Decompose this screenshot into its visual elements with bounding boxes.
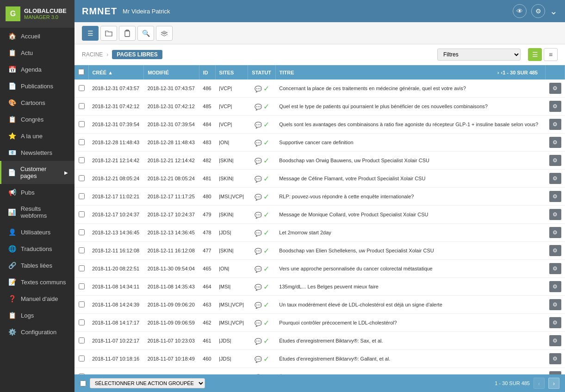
row-gear-button[interactable]: ⚙ <box>549 281 561 292</box>
sidebar-item-tables-liees[interactable]: 🔗 Tables liées <box>0 257 75 274</box>
row-gear-button[interactable]: ⚙ <box>549 83 561 94</box>
breadcrumb-separator: › <box>106 51 108 58</box>
sidebar-item-pubs[interactable]: 📢 Pubs <box>0 184 75 201</box>
row-modified: 2018-12-11 16:12:08 <box>144 242 199 260</box>
row-status: 💬 ✓ <box>248 152 276 170</box>
table-row: 2018-12-21 08:05:24 2018-12-21 08:05:24 … <box>75 170 565 188</box>
sidebar-item-congres[interactable]: 📋 Congrès <box>0 111 75 128</box>
sidebar-item-textes-communs[interactable]: 📝 Textes communs <box>0 274 75 290</box>
sidebar-item-utilisateurs[interactable]: 👤 Utilisateurs <box>0 224 75 240</box>
folder-button[interactable]: + <box>100 26 117 41</box>
row-gear-button[interactable]: ⚙ <box>549 245 561 256</box>
prev-page-nav[interactable]: ‹ <box>534 378 545 389</box>
row-checkbox[interactable] <box>79 211 85 217</box>
compact-view-button[interactable]: ☰ <box>528 48 542 61</box>
search-button[interactable]: 🔍 <box>137 26 154 41</box>
clipboard-button[interactable] <box>119 26 136 41</box>
row-gear-button[interactable]: ⚙ <box>549 137 561 148</box>
row-checkbox[interactable] <box>79 85 85 91</box>
alaune-icon: ⭐ <box>8 132 16 140</box>
row-checkbox[interactable] <box>79 337 85 343</box>
row-gear-button[interactable]: ⚙ <box>549 101 561 112</box>
row-gear-button[interactable]: ⚙ <box>549 191 561 202</box>
table-row: 2018-11-07 10:18:16 2018-11-07 10:18:49 … <box>75 350 565 368</box>
row-gear-button[interactable]: ⚙ <box>549 371 561 374</box>
next-page-nav[interactable]: › <box>548 378 559 389</box>
row-checkbox[interactable] <box>79 229 85 235</box>
row-id: 461 <box>199 332 215 350</box>
comment-icon: 💬 <box>255 86 262 92</box>
row-gear-button[interactable]: ⚙ <box>549 227 561 238</box>
status-ok-icon: ✓ <box>263 175 269 183</box>
gear-icon[interactable]: ⚙ <box>531 4 545 18</box>
row-checkbox[interactable] <box>79 283 85 289</box>
row-created: 2018-12-17 10:24:37 <box>88 206 144 224</box>
sidebar-item-results-webforms[interactable]: 📊 Results webforms <box>0 201 75 224</box>
row-id: 459 <box>199 368 215 375</box>
next-page-button[interactable]: › <box>497 70 499 75</box>
chevron-down-icon[interactable]: ⌄ <box>550 6 558 17</box>
sidebar-item-manuel-aide[interactable]: ❓ Manuel d'aide <box>0 290 75 307</box>
data-table: CRÉÉ ▲ MODIFIÉ ID SITES STATUT TITRE 1 -… <box>75 65 565 374</box>
row-gear-button[interactable]: ⚙ <box>549 353 561 364</box>
row-status: 💬 ✓ <box>248 260 276 278</box>
row-modified: 2018-12-17 11:17:25 <box>144 188 199 206</box>
row-id: 481 <box>199 170 215 188</box>
sidebar-item-cartoons[interactable]: 🎨 Cartoons <box>0 94 75 111</box>
sidebar-item-accueil[interactable]: 🏠 Accueil <box>0 28 75 44</box>
row-checkbox[interactable] <box>79 121 85 127</box>
row-checkbox[interactable] <box>79 103 85 109</box>
row-gear-button[interactable]: ⚙ <box>549 299 561 310</box>
sidebar-item-publications[interactable]: 📄 Publications <box>0 78 75 94</box>
row-sites: |MSI,|VCP| <box>215 314 248 332</box>
th-cree[interactable]: CRÉÉ ▲ <box>88 65 144 80</box>
row-checkbox[interactable] <box>79 319 85 325</box>
row-gear-button[interactable]: ⚙ <box>549 173 561 184</box>
row-checkbox[interactable] <box>79 265 85 271</box>
row-checkbox[interactable] <box>79 355 85 361</box>
sidebar-item-actu[interactable]: 📋 Actu <box>0 44 75 61</box>
sidebar-item-alaune[interactable]: ⭐ A la une <box>0 128 75 144</box>
row-checkbox-cell <box>75 224 88 242</box>
row-gear-button[interactable]: ⚙ <box>549 317 561 328</box>
row-checkbox[interactable] <box>79 301 85 307</box>
row-gear-button[interactable]: ⚙ <box>549 335 561 346</box>
row-checkbox[interactable] <box>79 157 85 163</box>
row-created: 2018-11-07 10:22:17 <box>88 332 144 350</box>
list-view-button[interactable]: ☰ <box>82 26 99 41</box>
status-ok-icon: ✓ <box>263 193 269 201</box>
row-sites: |MSI| <box>215 278 248 296</box>
row-gear-button[interactable]: ⚙ <box>549 209 561 220</box>
filter-select[interactable]: Filtres <box>437 49 521 61</box>
status-ok-icon: ✓ <box>263 337 269 345</box>
prev-page-button[interactable]: ‹ <box>501 70 503 75</box>
breadcrumb-root[interactable]: RACINE <box>82 51 103 58</box>
select-all-checkbox[interactable] <box>78 69 84 75</box>
sidebar-item-newsletters[interactable]: 📧 Newsletters <box>0 144 75 161</box>
row-modified: 2018-11-09 09:06:20 <box>144 296 199 314</box>
footer-select-all-checkbox[interactable] <box>80 380 86 386</box>
eye-icon[interactable]: 👁 <box>513 4 527 18</box>
row-gear-button[interactable]: ⚙ <box>549 155 561 166</box>
sidebar-item-customer-pages[interactable]: 📄 Customer pages ▶ <box>0 161 75 184</box>
row-checkbox[interactable] <box>79 247 85 253</box>
th-actions <box>546 65 565 80</box>
row-status: 💬 ✓ <box>248 350 276 368</box>
row-gear-button[interactable]: ⚙ <box>549 119 561 130</box>
sidebar-item-agenda[interactable]: 📅 Agenda <box>0 61 75 78</box>
row-sites: |MSI,|VCP| <box>215 296 248 314</box>
row-actions: ⚙ <box>546 278 565 296</box>
row-gear-button[interactable]: ⚙ <box>549 263 561 274</box>
sidebar-item-traductions[interactable]: 🌐 Traductions <box>0 240 75 257</box>
layers-button[interactable] <box>156 26 173 41</box>
row-checkbox[interactable] <box>79 139 85 145</box>
sidebar-item-configuration[interactable]: ⚙️ Configuration <box>0 324 75 340</box>
row-checkbox[interactable] <box>79 193 85 199</box>
row-checkbox[interactable] <box>79 175 85 181</box>
row-checkbox-cell <box>75 260 88 278</box>
sidebar-item-logs[interactable]: 📋 Logs <box>0 307 75 324</box>
expanded-view-button[interactable]: ≡ <box>544 48 558 61</box>
bulk-action-select[interactable]: SÉLECTIONNER UNE ACTION GROUPÉE <box>90 378 205 388</box>
row-status: 💬 ✓ <box>248 296 276 314</box>
tables-icon: 🔗 <box>8 262 16 269</box>
